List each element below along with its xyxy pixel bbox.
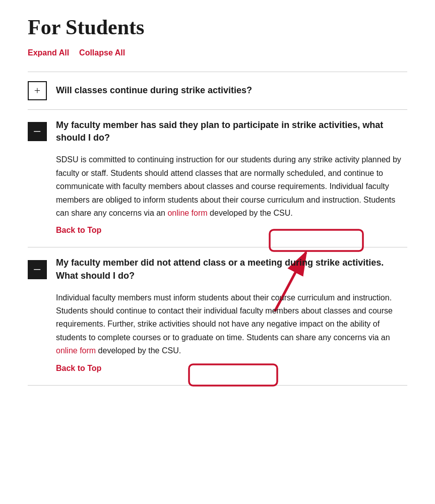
faq-item-1: + Will classes continue during strike ac… [28, 72, 407, 110]
faq-answer-paragraph-2: SDSU is committed to continuing instruct… [56, 153, 407, 220]
faq-question-text-2: My faculty member has said they plan to … [56, 119, 407, 144]
faq-question-row-2[interactable]: − My faculty member has said they plan t… [28, 110, 407, 153]
faq-question-row-3[interactable]: − My faculty member did not attend class… [28, 247, 407, 291]
faq-item-3: − My faculty member did not attend class… [28, 247, 407, 385]
faq-item-2: − My faculty member has said they plan t… [28, 110, 407, 247]
faq-toggle-btn-3[interactable]: − [28, 260, 47, 279]
page-title: For Students [28, 15, 407, 39]
faq-answer-paragraph-3: Individual faculty members must inform s… [56, 291, 407, 358]
faq-toggle-btn-2[interactable]: − [28, 122, 47, 141]
faq-question-text-1: Will classes continue during strike acti… [56, 84, 252, 97]
expand-collapse-bar: Expand All Collapse All [28, 48, 407, 57]
online-form-link-2[interactable]: online form [167, 209, 207, 217]
faq-answer-3: Individual faculty members must inform s… [28, 291, 407, 385]
expand-all-button[interactable]: Expand All [28, 48, 69, 57]
back-to-top-3[interactable]: Back to Top [56, 364, 101, 373]
faq-toggle-btn-1[interactable]: + [28, 81, 47, 100]
online-form-link-3[interactable]: online form [56, 346, 96, 355]
back-to-top-2[interactable]: Back to Top [56, 226, 101, 235]
faq-section: + Will classes continue during strike ac… [28, 72, 407, 386]
collapse-all-button[interactable]: Collapse All [79, 48, 125, 57]
faq-answer-2: SDSU is committed to continuing instruct… [28, 153, 407, 247]
faq-question-text-3: My faculty member did not attend class o… [56, 257, 407, 282]
faq-question-row-1[interactable]: + Will classes continue during strike ac… [28, 72, 407, 109]
